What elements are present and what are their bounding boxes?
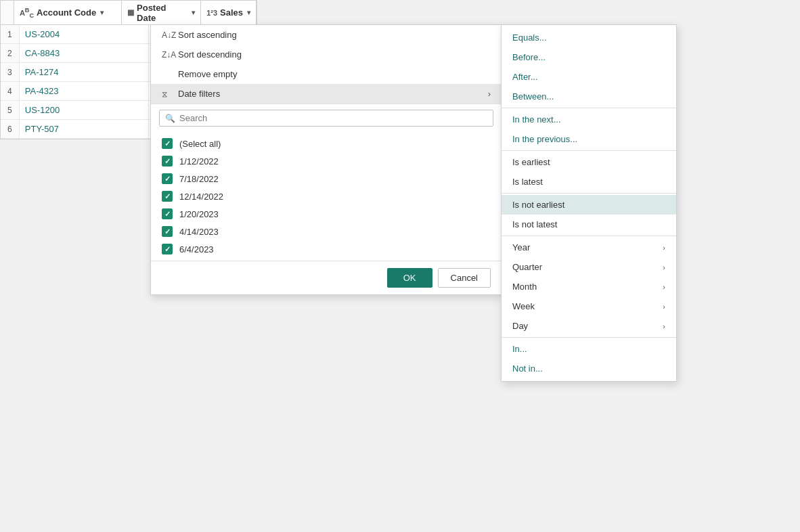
cancel-button[interactable]: Cancel — [438, 268, 491, 288]
checkbox-item[interactable]: ✓ 1/12/2022 — [156, 152, 496, 170]
checkbox[interactable]: ✓ — [162, 173, 173, 184]
checkbox[interactable]: ✓ — [162, 226, 173, 237]
submenu-item-label: Week — [512, 301, 535, 311]
submenu-item[interactable]: Quarter › — [502, 257, 676, 277]
table-header: ABC Account Code ▾ ▦ Posted Date ▾ 1²3 S… — [1, 1, 257, 25]
check-mark: ✓ — [164, 245, 171, 254]
checkbox-item[interactable]: ✓ 7/18/2022 — [156, 170, 496, 187]
submenu-item[interactable]: Not in... — [502, 359, 676, 378]
sort-ascending-label: Sort ascending — [178, 30, 237, 40]
submenu-item[interactable]: After... — [502, 67, 676, 87]
checkbox-item[interactable]: ✓ (Select all) — [156, 135, 496, 152]
checkbox[interactable]: ✓ — [162, 244, 173, 254]
submenu-item[interactable]: Equals... — [502, 28, 676, 47]
check-mark: ✓ — [164, 157, 171, 166]
submenu-item-label: Is not earliest — [512, 200, 564, 210]
submenu-item[interactable]: Is earliest — [502, 152, 676, 172]
submenu-item-label: Between... — [512, 91, 554, 102]
checkbox[interactable]: ✓ — [162, 191, 173, 202]
account-code-header[interactable]: ABC Account Code ▾ — [14, 1, 122, 24]
account-code-dropdown-arrow[interactable]: ▾ — [100, 9, 104, 16]
checkbox[interactable]: ✓ — [162, 138, 173, 149]
search-input[interactable] — [179, 113, 487, 123]
submenu-item-label: In... — [512, 344, 527, 354]
sales-header[interactable]: 1²3 Sales ▾ — [201, 1, 257, 24]
checkbox-item[interactable]: ✓ 1/20/2023 — [156, 205, 496, 223]
checkbox-label: 4/14/2023 — [179, 227, 219, 237]
account-code-label: Account Code — [37, 7, 96, 18]
submenu-item-label: Is not latest — [512, 219, 557, 229]
remove-empty-item[interactable]: Remove empty — [151, 64, 502, 84]
date-filters-submenu: Equals... Before... After... Between... … — [501, 24, 677, 382]
checkbox[interactable]: ✓ — [162, 208, 173, 219]
submenu-item-label: In the previous... — [512, 134, 577, 144]
submenu-arrow-icon: › — [663, 303, 665, 311]
check-mark: ✓ — [164, 175, 171, 183]
submenu-item-label: Day — [512, 321, 528, 331]
submenu-separator — [502, 236, 676, 236]
sort-descending-item[interactable]: Z↓A Sort descending — [151, 45, 502, 64]
check-mark: ✓ — [164, 139, 171, 148]
row-number: 2 — [1, 44, 20, 62]
sort-ascending-item[interactable]: A↓Z Sort ascending — [151, 25, 502, 45]
sort-descending-label: Sort descending — [178, 49, 242, 60]
submenu-arrow-icon: › — [663, 263, 665, 271]
submenu-item[interactable]: Month › — [502, 277, 676, 296]
posted-date-dropdown-arrow[interactable]: ▾ — [192, 9, 195, 16]
button-row: OK Cancel — [151, 261, 502, 294]
row-number: 3 — [1, 63, 20, 81]
sales-label: Sales — [220, 7, 243, 18]
submenu-item[interactable]: Year › — [502, 238, 676, 257]
submenu-arrow-icon: › — [663, 322, 665, 330]
remove-empty-label: Remove empty — [178, 69, 237, 79]
search-container: 🔍 — [151, 104, 502, 132]
submenu-separator — [502, 193, 676, 194]
submenu-arrow-icon: › — [663, 244, 665, 252]
submenu-item-label: Year — [512, 242, 530, 252]
posted-date-header[interactable]: ▦ Posted Date ▾ — [122, 1, 201, 24]
submenu-item[interactable]: Before... — [502, 47, 676, 67]
checkbox-label: (Select all) — [179, 139, 221, 149]
row-number: 6 — [1, 120, 20, 138]
submenu-arrow-icon: › — [663, 283, 665, 291]
submenu-item[interactable]: Between... — [502, 87, 676, 106]
checkbox-label: 7/18/2022 — [179, 174, 219, 184]
submenu-separator — [502, 108, 676, 108]
submenu-item[interactable]: Week › — [502, 296, 676, 316]
submenu-item[interactable]: In the previous... — [502, 129, 676, 149]
submenu-item-label: Month — [512, 282, 537, 292]
column-dropdown-menu: A↓Z Sort ascending Z↓A Sort descending R… — [150, 24, 502, 295]
row-number: 1 — [1, 25, 20, 43]
calendar-icon: ▦ — [127, 8, 134, 17]
checkbox-label: 12/14/2022 — [179, 192, 223, 202]
submenu-item-label: After... — [512, 72, 538, 82]
sales-dropdown-arrow[interactable]: ▾ — [247, 9, 250, 16]
row-number: 4 — [1, 82, 20, 100]
filter-icon: ⧖ — [162, 89, 173, 99]
ok-button[interactable]: OK — [387, 268, 432, 288]
date-filters-item[interactable]: ⧖ Date filters › — [151, 84, 502, 104]
submenu-item-label: Equals... — [512, 32, 547, 43]
account-code-cell: CA-8843 — [20, 44, 149, 62]
submenu-item-label: Before... — [512, 52, 546, 62]
checkbox-item[interactable]: ✓ 12/14/2022 — [156, 187, 496, 205]
checkbox[interactable]: ✓ — [162, 156, 173, 167]
submenu-item-label: Not in... — [512, 363, 543, 374]
checkbox-item[interactable]: ✓ 6/4/2023 — [156, 240, 496, 258]
check-mark: ✓ — [164, 192, 171, 201]
checkbox-item[interactable]: ✓ 4/14/2023 — [156, 223, 496, 240]
submenu-item[interactable]: Is not latest — [502, 215, 676, 234]
posted-date-label: Posted Date — [137, 3, 187, 23]
submenu-item[interactable]: In... — [502, 339, 676, 359]
submenu-separator — [502, 337, 676, 338]
submenu-item[interactable]: In the next... — [502, 110, 676, 129]
submenu-item-label: Quarter — [512, 262, 542, 272]
submenu-item[interactable]: Is not earliest — [502, 195, 676, 215]
submenu-item[interactable]: Is latest — [502, 172, 676, 192]
submenu-item[interactable]: Day › — [502, 316, 676, 336]
account-code-cell: PA-4323 — [20, 82, 149, 100]
account-code-cell: US-1200 — [20, 101, 149, 119]
abc-icon: ABC — [20, 7, 34, 19]
date-filters-arrow: › — [488, 89, 491, 99]
submenu-separator — [502, 150, 676, 151]
